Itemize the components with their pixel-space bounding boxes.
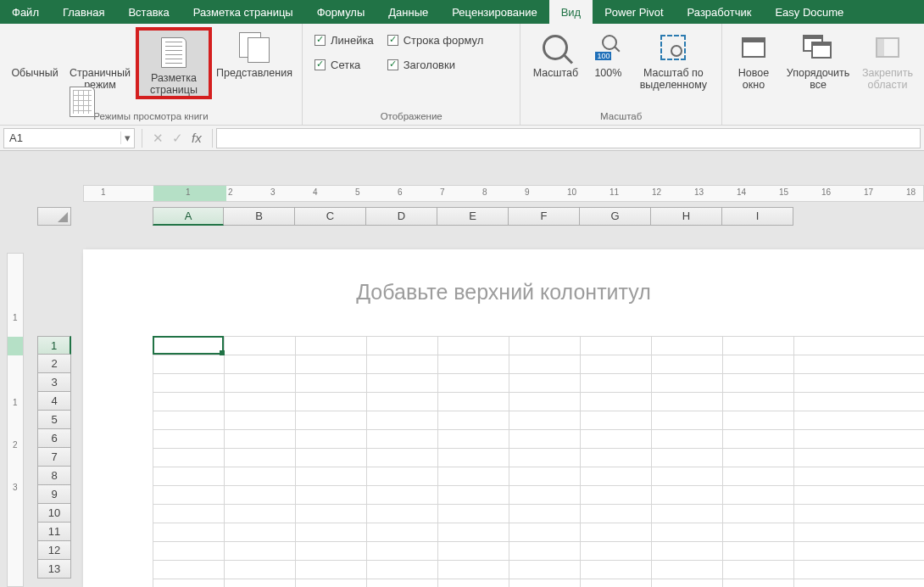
column-header-H[interactable]: H xyxy=(651,207,722,226)
row-header-13[interactable]: 13 xyxy=(37,560,71,579)
fx-icon[interactable]: fx xyxy=(192,131,202,145)
tab-easydoc[interactable]: Easy Docume xyxy=(763,0,855,24)
tab-developer[interactable]: Разработчик xyxy=(676,0,764,24)
tab-home[interactable]: Главная xyxy=(51,0,116,24)
v-ruler-tick: 3 xyxy=(13,483,18,492)
zoom-100-icon: 100 xyxy=(595,35,621,60)
row-header-2[interactable]: 2 xyxy=(37,355,71,373)
h-ruler-tick: 4 xyxy=(313,187,318,197)
row-header-11[interactable]: 11 xyxy=(37,523,71,541)
ruler-label: Линейка xyxy=(331,34,374,47)
name-box[interactable]: A1 ▾ xyxy=(3,128,135,148)
custom-views-button[interactable]: Представления xyxy=(212,27,297,79)
normal-view-label: Обычный xyxy=(11,67,58,79)
h-ruler-tick: 5 xyxy=(355,187,360,197)
page-paper: Добавьте верхний колонтитул xyxy=(83,249,924,587)
select-all-corner[interactable] xyxy=(37,207,71,226)
formula-bar-row: A1 ▾ ✕ ✓ fx xyxy=(0,126,924,151)
h-ruler-tick: 12 xyxy=(652,187,661,197)
h-ruler-tick: 14 xyxy=(737,187,746,197)
row-header-7[interactable]: 7 xyxy=(37,448,71,467)
row-header-8[interactable]: 8 xyxy=(37,467,71,485)
row-header-10[interactable]: 10 xyxy=(37,504,71,523)
tab-insert[interactable]: Вставка xyxy=(116,0,181,24)
name-box-dropdown[interactable]: ▾ xyxy=(120,131,134,144)
row-header-5[interactable]: 5 xyxy=(37,411,71,429)
column-header-F[interactable]: F xyxy=(509,207,580,226)
freeze-icon xyxy=(876,37,899,58)
column-header-E[interactable]: E xyxy=(437,207,509,226)
column-header-I[interactable]: I xyxy=(722,207,793,226)
arrange-icon xyxy=(803,35,833,60)
row-header-4[interactable]: 4 xyxy=(37,392,71,411)
window-icon xyxy=(742,37,765,58)
new-window-label: Новое окно xyxy=(729,67,778,91)
row-header-6[interactable]: 6 xyxy=(37,429,71,448)
horizontal-ruler[interactable]: 112345678910111213141516171819 xyxy=(83,185,924,202)
check-icon xyxy=(387,59,398,70)
row-header-3[interactable]: 3 xyxy=(37,373,71,392)
arrange-all-button[interactable]: Упорядочить все xyxy=(780,27,856,91)
cancel-icon[interactable]: ✕ xyxy=(153,131,164,146)
freeze-panes-button[interactable]: Закрепить области xyxy=(856,27,919,91)
tab-formulas[interactable]: Формулы xyxy=(305,0,377,24)
column-header-A[interactable]: A xyxy=(153,207,224,226)
h-ruler-tick: 10 xyxy=(567,187,576,197)
v-ruler-tick: 2 xyxy=(13,440,18,450)
menu-tab-bar: Файл Главная Вставка Разметка страницы Ф… xyxy=(0,0,924,24)
v-ruler-tick: 1 xyxy=(13,313,18,322)
h-ruler-tick: 1 xyxy=(186,187,191,197)
worksheet-area: 112345678910111213141516171819 ABCDEFGHI… xyxy=(0,151,924,587)
window-group-label xyxy=(722,120,924,125)
zoom-selection-button[interactable]: Масштаб по выделенному xyxy=(631,27,715,91)
magnifier-icon xyxy=(543,35,568,60)
page-layout-icon xyxy=(161,37,186,68)
row-header-12[interactable]: 12 xyxy=(37,541,71,560)
check-icon xyxy=(387,35,398,46)
formula-input[interactable] xyxy=(216,128,921,148)
row-header-9[interactable]: 9 xyxy=(37,485,71,504)
page-break-icon xyxy=(70,87,95,117)
h-ruler-tick: 2 xyxy=(228,187,233,197)
freeze-label: Закрепить области xyxy=(858,67,917,91)
tab-data[interactable]: Данные xyxy=(376,0,440,24)
tab-file[interactable]: Файл xyxy=(0,0,51,24)
gridlines-checkbox[interactable]: Сетка xyxy=(314,59,374,71)
gridlines-label: Сетка xyxy=(331,59,360,71)
h-ruler-tick: 18 xyxy=(906,187,916,197)
column-header-G[interactable]: G xyxy=(580,207,651,226)
formula-bar-checkbox[interactable]: Строка формул xyxy=(387,34,484,47)
zoom-group-label: Масштаб xyxy=(520,109,721,125)
tab-review[interactable]: Рецензирование xyxy=(440,0,548,24)
normal-view-button[interactable]: Обычный xyxy=(5,27,64,79)
zoom-100-label: 100% xyxy=(594,67,621,79)
tab-view[interactable]: Вид xyxy=(549,0,593,24)
header-placeholder[interactable]: Добавьте верхний колонтитул xyxy=(83,249,924,321)
headings-checkbox[interactable]: Заголовки xyxy=(387,59,484,71)
column-header-B[interactable]: B xyxy=(224,207,295,226)
enter-icon[interactable]: ✓ xyxy=(172,131,183,146)
v-ruler-tick: 1 xyxy=(13,398,18,407)
h-ruler-tick: 1 xyxy=(101,187,106,197)
ruler-checkbox[interactable]: Линейка xyxy=(314,34,374,47)
vertical-ruler[interactable]: 1123 xyxy=(7,253,24,587)
tab-page-layout[interactable]: Разметка страницы xyxy=(181,0,305,24)
zoom-button[interactable]: Масштаб xyxy=(526,27,585,79)
zoom-label: Масштаб xyxy=(533,67,578,79)
views-group-label: Режимы просмотра книги xyxy=(0,109,302,125)
h-ruler-tick: 9 xyxy=(525,187,530,197)
cell-grid[interactable] xyxy=(153,336,924,587)
column-header-C[interactable]: C xyxy=(295,207,366,226)
page-layout-label: Разметка страницы xyxy=(141,72,207,96)
page-break-view-button[interactable]: Страничный режим xyxy=(64,27,136,91)
column-headers: ABCDEFGHI xyxy=(37,207,793,226)
row-header-1[interactable]: 1 xyxy=(37,336,71,355)
page-layout-view-button[interactable]: Разметка страницы xyxy=(136,27,212,99)
h-ruler-tick: 13 xyxy=(694,187,704,197)
zoom-100-button[interactable]: 100 100% xyxy=(585,27,631,79)
multi-page-icon xyxy=(239,32,270,63)
tab-powerpivot[interactable]: Power Pivot xyxy=(593,0,675,24)
h-ruler-tick: 3 xyxy=(270,187,276,197)
column-header-D[interactable]: D xyxy=(366,207,437,226)
new-window-button[interactable]: Новое окно xyxy=(727,27,780,91)
